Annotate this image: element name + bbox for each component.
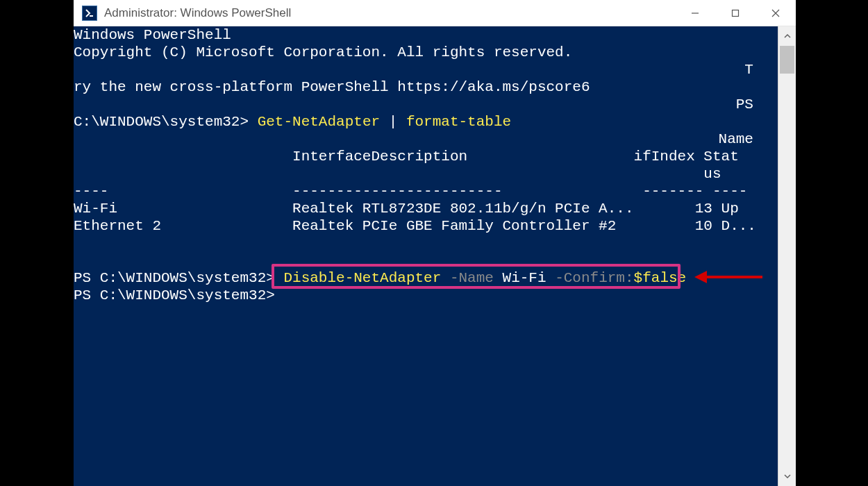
scroll-up-button[interactable] <box>778 26 796 46</box>
window-controls <box>675 0 796 26</box>
scrollbar-track[interactable] <box>778 46 796 467</box>
table-row: Ethernet 2 Realtek PCIe GBE Family Contr… <box>74 218 756 234</box>
table-row: Wi-Fi Realtek RTL8723DE 802.11b/g/n PCIe… <box>74 201 739 217</box>
sp <box>494 270 503 286</box>
table-header: InterfaceDescription ifIndex Stat <box>74 149 739 165</box>
try-line: ry the new cross-platform PowerShell htt… <box>74 79 590 95</box>
prompt-2: PS C:\WINDOWS\system32> <box>74 270 283 286</box>
powershell-window: Administrator: Windows PowerShell Window… <box>74 0 796 486</box>
banner-line-2: Copyright (C) Microsoft Corporation. All… <box>74 44 572 60</box>
pipe: | <box>380 114 406 130</box>
annotation-arrow <box>694 271 762 283</box>
param-name-value: Wi-Fi <box>503 270 546 286</box>
titlebar[interactable]: Administrator: Windows PowerShell <box>74 0 796 26</box>
scrollbar-thumb[interactable] <box>780 46 794 74</box>
table-header-wrap: us <box>74 166 721 182</box>
cmd-format-table: format-table <box>406 114 511 130</box>
wrap-fragment-3: Name <box>74 131 756 148</box>
maximize-button[interactable] <box>715 0 756 26</box>
sp <box>441 270 450 286</box>
cmd-get-netadapter: Get-NetAdapter <box>258 114 380 130</box>
wrap-fragment-2: PS <box>74 96 756 113</box>
vertical-scrollbar[interactable] <box>778 26 796 486</box>
param-confirm-value: $false <box>634 270 687 286</box>
terminal-pane[interactable]: Windows PowerShell Copyright (C) Microso… <box>74 26 778 486</box>
cmd-disable-netadapter: Disable-NetAdapter <box>283 270 441 286</box>
powershell-icon <box>82 6 97 21</box>
sp <box>546 270 556 286</box>
svg-rect-0 <box>733 10 739 16</box>
window-title: Administrator: Windows PowerShell <box>104 6 291 20</box>
prompt-1: C:\WINDOWS\system32> <box>74 114 258 130</box>
arrow-head-icon <box>694 271 707 283</box>
prompt-3: PS C:\WINDOWS\system32> <box>74 287 275 303</box>
arrow-line <box>707 276 762 278</box>
wrap-fragment-1: T <box>74 61 756 78</box>
close-button[interactable] <box>756 0 796 26</box>
banner-line-1: Windows PowerShell <box>74 27 231 43</box>
scroll-down-button[interactable] <box>778 467 796 486</box>
param-name-flag: -Name <box>450 270 494 286</box>
table-divider: ---- ------------------------ ------- --… <box>74 183 747 199</box>
minimize-button[interactable] <box>675 0 715 26</box>
param-confirm-flag: -Confirm: <box>555 270 633 286</box>
